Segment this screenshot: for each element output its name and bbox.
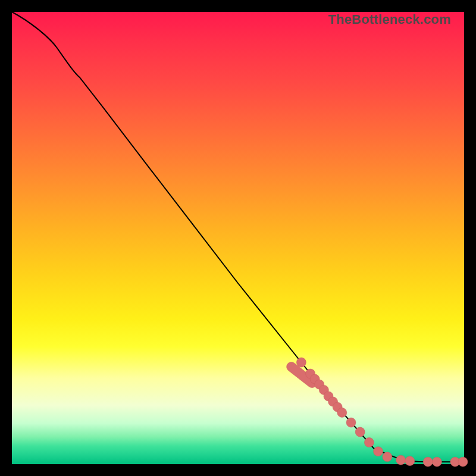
marker-cluster-lower <box>374 447 415 466</box>
svg-point-10 <box>346 418 356 427</box>
svg-point-9 <box>337 408 347 417</box>
svg-point-16 <box>405 456 415 466</box>
svg-point-13 <box>374 447 383 456</box>
chart-frame: TheBottleneck.com <box>0 0 476 476</box>
curve-line <box>12 12 464 462</box>
chart-svg <box>12 12 464 464</box>
svg-point-1 <box>296 358 306 367</box>
svg-point-15 <box>396 455 406 465</box>
svg-point-17 <box>423 457 433 466</box>
svg-point-11 <box>355 427 365 437</box>
marker-cluster-upper <box>284 358 342 412</box>
svg-point-20 <box>458 457 468 466</box>
plot-area: TheBottleneck.com <box>12 12 464 464</box>
svg-point-14 <box>383 452 392 462</box>
svg-point-18 <box>432 457 441 466</box>
svg-point-12 <box>364 438 374 447</box>
